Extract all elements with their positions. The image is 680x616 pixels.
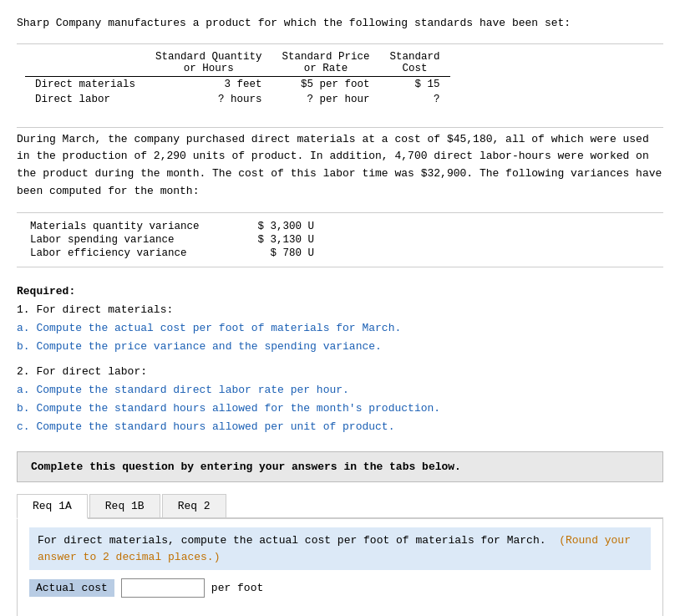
row1-qty: 3 feet [145, 76, 272, 92]
col-header-label [25, 49, 145, 77]
row2-label: Direct labor [25, 92, 145, 107]
tab-req1b[interactable]: Req 1B [89, 494, 160, 517]
row1-price: $5 per foot [272, 76, 380, 92]
complete-instructions-text: Complete this question by entering your … [31, 461, 461, 473]
required-title: Required: [17, 283, 663, 301]
row1-cost: $ 15 [380, 76, 450, 92]
row2-price: ? per hour [272, 92, 380, 107]
tab-content-area: For direct materials, compute the actual… [17, 519, 663, 616]
tab-req1a[interactable]: Req 1A [17, 494, 88, 519]
tab-description: For direct materials, compute the actual… [29, 527, 651, 570]
nav-buttons: < Req 1A Req 1B > [29, 609, 651, 616]
complete-instructions-box: Complete this question by entering your … [17, 451, 663, 482]
required-section: Required: 1. For direct materials: a. Co… [17, 283, 663, 437]
col-header-cost: StandardCost [380, 49, 450, 77]
variance-value-1: $ 3,300 U [247, 221, 314, 232]
per-foot-label: per foot [211, 582, 263, 594]
tabs-row: Req 1A Req 1B Req 2 [17, 494, 663, 519]
standards-table: Standard Quantityor Hours Standard Price… [25, 49, 450, 107]
variance-row-2: Labor spending variance $ 3,130 U [30, 233, 314, 247]
req-item-0: 1. For direct materials: [17, 301, 663, 319]
row2-qty: ? hours [145, 92, 272, 107]
intro-text: Sharp Company manufactures a product for… [17, 15, 663, 32]
req-item-4: 2. For direct labor: [17, 363, 663, 381]
req-item-1: a. Compute the actual cost per foot of m… [17, 319, 663, 338]
variance-value-2: $ 3,130 U [247, 234, 314, 246]
variance-label-2: Labor spending variance [30, 234, 175, 246]
variance-label-1: Materials quantity variance [30, 221, 200, 232]
row1-label: Direct materials [25, 76, 145, 92]
req-item-2: b. Compute the price variance and the sp… [17, 338, 663, 356]
tab-req2[interactable]: Req 2 [162, 494, 226, 517]
table-header-row: Standard Quantityor Hours Standard Price… [25, 49, 450, 77]
req-item-7: c. Compute the standard hours allowed pe… [17, 418, 663, 436]
standards-table-wrapper: Standard Quantityor Hours Standard Price… [17, 43, 663, 128]
col-header-qty: Standard Quantityor Hours [145, 49, 272, 77]
req-item-6: b. Compute the standard hours allowed fo… [17, 400, 663, 418]
variance-row-3: Labor efficiency variance $ 780 U [30, 247, 314, 260]
row2-cost: ? [380, 92, 450, 107]
table-row: Direct materials 3 feet $5 per foot $ 15 [25, 76, 450, 92]
tab-description-text: For direct materials, compute the actual… [38, 534, 546, 547]
variances-section: Materials quantity variance $ 3,300 U La… [17, 212, 663, 267]
actual-cost-row: Actual cost per foot [29, 578, 651, 598]
table-row: Direct labor ? hours ? per hour ? [25, 92, 450, 107]
actual-cost-input[interactable] [121, 578, 205, 598]
req-item-5: a. Compute the standard direct labor rat… [17, 381, 663, 400]
actual-cost-label: Actual cost [29, 579, 114, 597]
col-header-price: Standard Priceor Rate [272, 49, 380, 77]
variance-value-3: $ 780 U [247, 247, 314, 259]
variance-row-1: Materials quantity variance $ 3,300 U [30, 220, 314, 233]
description-paragraph: During March, the company purchased dire… [17, 131, 663, 201]
variance-label-3: Labor efficiency variance [30, 247, 187, 259]
